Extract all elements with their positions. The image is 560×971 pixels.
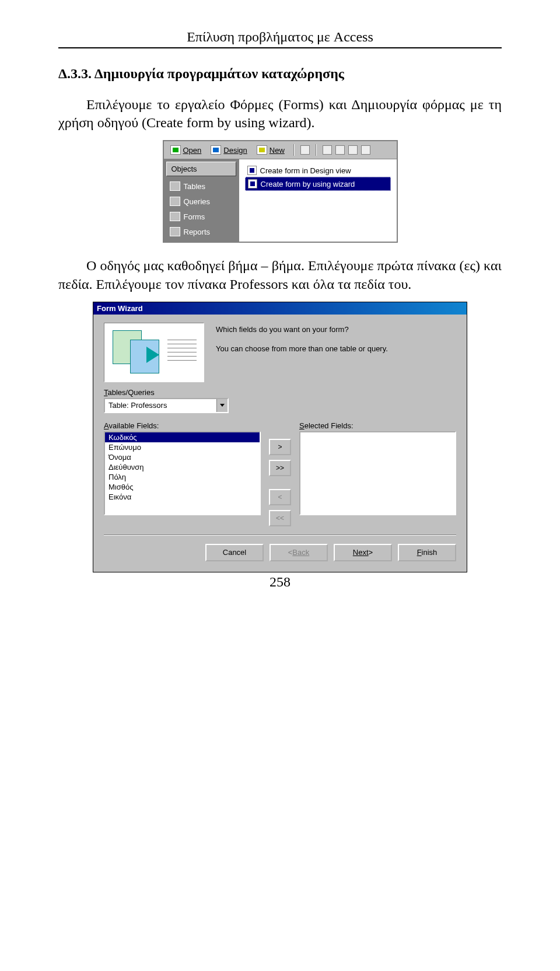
paragraph-2: Ο οδηγός μας καθοδηγεί βήμα – βήμα. Επιλ…: [58, 257, 502, 293]
section-title: Δ.3.3. Δημιουργία προγραμμάτων καταχώρησ…: [58, 66, 502, 82]
list-item[interactable]: Διεύθυνση: [105, 462, 260, 472]
remove-all-fields-button[interactable]: <<: [269, 510, 291, 526]
list-item[interactable]: Όνομα: [105, 452, 260, 462]
sidebar-item-reports[interactable]: Reports: [166, 224, 236, 239]
remove-field-button[interactable]: <: [269, 489, 291, 505]
open-icon: [170, 145, 181, 155]
list-item[interactable]: Επώνυμο: [105, 442, 260, 452]
wizard-icon: [248, 179, 257, 188]
add-all-fields-button[interactable]: >>: [269, 460, 291, 476]
objects-sidebar: Objects Tables Queries Forms Reports: [164, 159, 239, 242]
page-number: 258: [0, 574, 560, 590]
create-form-design-view[interactable]: Create form in Design view: [245, 164, 391, 177]
new-label: New: [270, 146, 285, 155]
forms-list: Create form in Design view Create form b…: [239, 159, 397, 242]
sidebar-item-forms[interactable]: Forms: [166, 209, 236, 224]
wizard-question: Which fields do you want on your form?: [216, 325, 456, 334]
wizard-icon: [247, 166, 257, 175]
wizard-titlebar: Form Wizard: [93, 302, 467, 315]
sidebar-header: Objects: [166, 162, 236, 176]
forms-icon: [170, 212, 180, 221]
view-small-icon[interactable]: [335, 145, 345, 155]
access-toolbar: Open Design New: [164, 141, 397, 159]
view-list-icon[interactable]: [348, 145, 358, 155]
paragraph-1: Επιλέγουμε το εργαλείο Φόρμες (Forms) κα…: [58, 96, 502, 132]
design-button[interactable]: Design: [208, 144, 250, 156]
available-fields-label: Available Fields:: [104, 421, 261, 430]
open-button[interactable]: Open: [167, 144, 205, 156]
available-fields-list[interactable]: Κωδικός Επώνυμο Όνομα Διεύθυνση Πόλη Μισ…: [104, 431, 261, 515]
add-field-button[interactable]: >: [269, 439, 291, 455]
cancel-button[interactable]: Cancel: [205, 544, 264, 561]
form-wizard-dialog: Form Wizard Which fields do you want on …: [93, 302, 467, 572]
toolbar-divider-2: [316, 144, 317, 156]
reports-icon: [170, 227, 180, 236]
sidebar-item-queries[interactable]: Queries: [166, 194, 236, 209]
create-form-using-wizard[interactable]: Create form by using wizard: [245, 177, 391, 191]
combo-dropdown-button[interactable]: [216, 399, 228, 412]
queries-icon: [170, 197, 180, 206]
new-button[interactable]: New: [254, 144, 288, 156]
access-database-window: Open Design New O: [163, 140, 398, 243]
view-large-icon[interactable]: [323, 145, 332, 155]
delete-icon[interactable]: [300, 145, 310, 155]
tables-queries-label: Tables/Queries: [104, 388, 456, 397]
tables-queries-combo[interactable]: [104, 398, 229, 413]
open-label: Open: [183, 146, 202, 155]
sidebar-item-tables[interactable]: Tables: [166, 179, 236, 194]
list-item[interactable]: Εικόνα: [105, 492, 260, 502]
new-icon: [257, 145, 267, 155]
toolbar-divider: [293, 144, 295, 156]
view-details-icon[interactable]: [361, 145, 370, 155]
finish-button[interactable]: Finish: [398, 544, 456, 561]
selected-fields-label: Selected Fields:: [299, 421, 456, 430]
selected-fields-list[interactable]: [299, 431, 456, 515]
list-item[interactable]: Κωδικός: [105, 432, 260, 442]
next-button[interactable]: Next >: [334, 544, 392, 561]
move-buttons: > >> < <<: [269, 421, 291, 526]
header-rule: [58, 47, 502, 48]
wizard-illustration: [104, 323, 204, 382]
back-button[interactable]: < Back: [270, 544, 328, 561]
design-icon: [211, 145, 221, 155]
list-item[interactable]: Πόλη: [105, 472, 260, 482]
tables-queries-value[interactable]: [105, 399, 216, 412]
wizard-subtext: You can choose from more than one table …: [216, 344, 456, 353]
design-label: Design: [223, 146, 247, 155]
chevron-down-icon: [220, 404, 225, 407]
tables-icon: [170, 181, 180, 191]
list-item[interactable]: Μισθός: [105, 482, 260, 492]
running-header: Επίλυση προβλήματος με Access: [58, 29, 502, 45]
